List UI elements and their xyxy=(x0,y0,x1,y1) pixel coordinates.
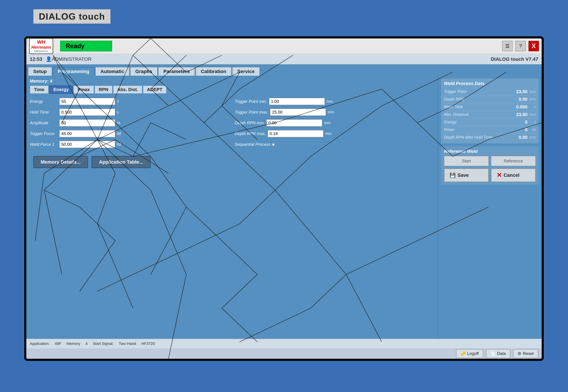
depth-rpn-min-label: Depth RPN min. xyxy=(235,121,265,125)
abs-distance-label: Abs. Distance xyxy=(444,112,512,117)
bottom-buttons: Memory Details... Application Table... xyxy=(30,153,434,171)
depth-rpn-min-unit: mm xyxy=(324,121,330,125)
nav-tabs: Setup Programming Automatic Graphs Param… xyxy=(26,64,542,76)
cancel-x-icon: ✕ xyxy=(497,172,502,179)
application-label: Application: xyxy=(30,341,50,346)
pmax-unit: W xyxy=(529,128,536,132)
trigger-max-unit: mm xyxy=(328,110,334,114)
abs-distance-row: Abs. Distance 23.50 mm xyxy=(444,111,536,118)
depth-rpn-hold-row: Depth RPN after Hold Time 0.00 mm xyxy=(444,134,536,141)
depth-rpn-value: 0.00 xyxy=(512,97,527,102)
machine-body: DIALOG touch WH Herrmann Ultrasonics Rea… xyxy=(0,0,568,392)
memory-details-button[interactable]: Memory Details... xyxy=(33,156,88,168)
depth-rpn-unit: mm xyxy=(529,97,536,102)
logo-area: WH Herrmann Ultrasonics xyxy=(29,38,53,54)
pmax-value: 0 xyxy=(512,127,527,132)
depth-rpn-max-input[interactable] xyxy=(268,130,323,137)
form-grid: Energy J Trigger Point min. mm xyxy=(30,98,434,148)
screen-inner: WH Herrmann Ultrasonics Ready ☰ ? X 12:5… xyxy=(26,38,542,359)
trigger-max-input[interactable] xyxy=(270,109,326,116)
mode-tab-energy[interactable]: Energy xyxy=(49,85,73,94)
depth-rpn-max-label: Depth RPN max. xyxy=(235,131,266,136)
tab-service[interactable]: Service xyxy=(232,67,260,76)
depth-rpn-max-field-group: Depth RPN max. mm xyxy=(235,130,434,137)
trigger-point-value: 23.50 xyxy=(512,89,527,94)
status-bar: Application: 49F Memory 4 Start Signal: … xyxy=(26,339,542,348)
mode-tab-pmax[interactable]: Pmax xyxy=(73,85,94,94)
reference-weld-section: Reference Weld Start Reference 💾 Save xyxy=(441,146,539,184)
mode-tab-rpn[interactable]: RPN xyxy=(95,85,113,94)
start-signal-value: Two-Hand xyxy=(119,341,136,346)
depth-rpn-hold-unit: mm xyxy=(529,135,536,140)
energy-data-label: Energy xyxy=(444,120,512,125)
application-table-button[interactable]: Application Table... xyxy=(91,156,151,168)
energy-data-value: 0 xyxy=(512,119,527,125)
weld-time-row: Weld Time 0.000 s xyxy=(444,103,536,111)
mode-tab-absdist[interactable]: Abs. Dist. xyxy=(113,85,142,94)
hold-time-input[interactable] xyxy=(59,109,115,116)
hold-time-label: Hold Time xyxy=(30,110,58,115)
reset-button[interactable]: ⚙ Reset xyxy=(513,349,538,358)
save-button[interactable]: 💾 Save xyxy=(444,168,489,182)
header-bar: WH Herrmann Ultrasonics Ready ☰ ? X xyxy=(26,38,542,54)
trigger-force-input[interactable] xyxy=(59,130,115,137)
hold-time-unit: s xyxy=(117,110,119,114)
tab-graphs[interactable]: Graphs xyxy=(130,67,158,76)
sequential-label: Sequential Process xyxy=(235,142,271,147)
menu-icon[interactable]: ☰ xyxy=(502,41,512,51)
reset-label: Reset xyxy=(523,351,534,356)
weld-force-input[interactable] xyxy=(59,141,115,148)
reference-button[interactable]: Reference xyxy=(491,156,536,166)
weld-time-value: 0.000 xyxy=(512,104,527,110)
energy-row: Energy 0 J xyxy=(444,118,536,126)
trigger-min-field-group: Trigger Point min. mm xyxy=(235,98,434,105)
reference-weld-title: Reference Weld xyxy=(444,149,536,154)
trigger-min-input[interactable] xyxy=(269,98,325,105)
user-display: ADMINISTRATOR xyxy=(52,56,91,62)
weld-time-unit: s xyxy=(529,105,536,109)
data-label: Data xyxy=(497,351,506,356)
action-buttons: 💾 Save ✕ Cancel xyxy=(444,168,536,182)
cancel-button[interactable]: ✕ Cancel xyxy=(491,168,536,182)
user-icon: 👤 xyxy=(46,56,52,62)
weld-process-section: Weld Process Data Trigger Point 23.50 mm… xyxy=(441,78,539,143)
abs-distance-value: 23.50 xyxy=(512,112,527,117)
sequential-checkbox[interactable] xyxy=(272,143,275,146)
pmax-row: Pmax 0 W xyxy=(444,126,536,134)
tab-automatic[interactable]: Automatic xyxy=(95,67,130,76)
logoff-icon: 🔑 xyxy=(461,351,466,356)
trigger-force-field-group: Trigger Force lbf xyxy=(30,130,229,137)
abs-distance-unit: mm xyxy=(529,112,536,117)
weld-force-field-group: Weld Force 1 lbf xyxy=(30,141,229,148)
help-icon[interactable]: ? xyxy=(515,41,526,51)
logo-initials: WH xyxy=(37,39,45,45)
tab-parameters[interactable]: Parameters xyxy=(158,67,195,76)
close-button[interactable]: X xyxy=(528,41,539,51)
screen-container: WH Herrmann Ultrasonics Ready ☰ ? X 12:5… xyxy=(24,36,544,361)
cancel-label: Cancel xyxy=(504,172,520,178)
start-button[interactable]: Start xyxy=(444,156,489,166)
energy-input[interactable] xyxy=(59,98,115,105)
mode-tab-adept[interactable]: ADEPT xyxy=(143,85,167,94)
trigger-point-label: Trigger Point xyxy=(444,89,512,94)
tab-setup[interactable]: Setup xyxy=(28,67,52,76)
depth-rpn-min-input[interactable] xyxy=(266,119,322,126)
amplitude-input[interactable] xyxy=(59,119,115,126)
version-display: DIALOG touch V7.47 xyxy=(491,56,538,62)
header-right: ☰ ? X xyxy=(502,41,539,51)
logo-sub: Ultrasonics xyxy=(34,50,48,53)
tab-calibration[interactable]: Calibration xyxy=(196,67,231,76)
device-label: HF3720 xyxy=(141,341,155,346)
ready-badge: Ready xyxy=(60,41,112,51)
logo-box: WH Herrmann Ultrasonics xyxy=(29,38,53,54)
screen: WH Herrmann Ultrasonics Ready ☰ ? X 12:5… xyxy=(26,38,542,359)
mode-tab-time[interactable]: Time xyxy=(30,85,48,94)
depth-rpn-label: Depth RPN xyxy=(444,97,512,102)
depth-rpn-hold-label: Depth RPN after Hold Time xyxy=(444,135,512,140)
tab-programming[interactable]: Programming xyxy=(53,67,95,76)
memory-status-value: 4 xyxy=(86,341,87,346)
title-label: DIALOG touch xyxy=(33,9,111,24)
data-button[interactable]: 📄 Data xyxy=(486,349,510,358)
logoff-button[interactable]: 🔑 Logoff xyxy=(456,349,483,358)
logo-brand: Herrmann xyxy=(31,45,51,50)
